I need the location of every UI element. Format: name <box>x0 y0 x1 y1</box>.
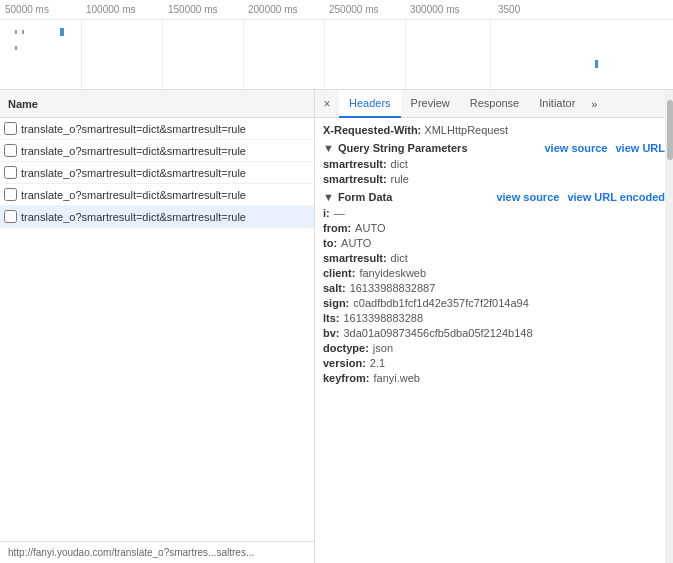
form-view-url-link[interactable]: view URL encoded <box>567 191 665 203</box>
timeline-label-1: 50000 ms <box>5 4 49 15</box>
tab-initiator[interactable]: Initiator <box>529 90 585 118</box>
query-view-url-link[interactable]: view URL <box>615 142 665 154</box>
form-field-sign-key: sign: <box>323 297 349 309</box>
form-field-from-key: from: <box>323 222 351 234</box>
form-field-to-key: to: <box>323 237 337 249</box>
form-field-doctype-value: json <box>373 342 393 354</box>
url-bar: http://fanyi.youdao.com/translate_o?smar… <box>0 541 314 563</box>
form-field-doctype: doctype: json <box>323 342 665 354</box>
item-3-checkbox[interactable] <box>4 166 17 179</box>
form-field-keyfrom-key: keyfrom: <box>323 372 369 384</box>
form-field-sign: sign: c0adfbdb1fcf1d42e357fc7f2f014a94 <box>323 297 665 309</box>
details-content[interactable]: X-Requested-With: XMLHttpRequest ▼ Query… <box>315 118 673 563</box>
timeline-labels: 50000 ms 100000 ms 150000 ms 200000 ms 2… <box>0 0 673 20</box>
query-params-label: Query String Parameters <box>338 142 468 154</box>
tab-headers[interactable]: Headers <box>339 90 401 118</box>
form-field-smartresult: smartresult: dict <box>323 252 665 264</box>
network-item-3[interactable]: translate_o?smartresult=dict&smartresult… <box>0 162 314 184</box>
network-list[interactable]: translate_o?smartresult=dict&smartresult… <box>0 118 314 541</box>
form-field-lts: lts: 1613398883288 <box>323 312 665 324</box>
timeline-label-7: 3500 <box>498 4 520 15</box>
form-field-sign-value: c0adfbdb1fcf1d42e357fc7f2f014a94 <box>353 297 529 309</box>
form-data-label: Form Data <box>338 191 392 203</box>
xhr-header-value-text: XMLHttpRequest <box>424 124 508 136</box>
close-button[interactable]: × <box>319 96 335 112</box>
form-field-keyfrom: keyfrom: fanyi.web <box>323 372 665 384</box>
network-item-4[interactable]: translate_o?smartresult=dict&smartresult… <box>0 184 314 206</box>
form-field-bv: bv: 3da01a09873456cfb5dba05f2124b148 <box>323 327 665 339</box>
form-field-keyfrom-value: fanyi.web <box>373 372 419 384</box>
form-field-salt-key: salt: <box>323 282 346 294</box>
form-field-from: from: AUTO <box>323 222 665 234</box>
form-field-client-value: fanyideskweb <box>359 267 426 279</box>
query-param-1-key: smartresult: <box>323 158 387 170</box>
name-column-label: Name <box>8 98 38 110</box>
timeline-label-6: 300000 ms <box>410 4 459 15</box>
list-header: Name <box>0 90 314 118</box>
form-data-toggle[interactable]: ▼ <box>323 191 334 203</box>
item-5-checkbox[interactable] <box>4 210 17 223</box>
form-field-bv-value: 3da01a09873456cfb5dba05f2124b148 <box>344 327 533 339</box>
query-param-2: smartresult: rule <box>323 173 665 185</box>
item-4-checkbox[interactable] <box>4 188 17 201</box>
timeline-label-4: 200000 ms <box>248 4 297 15</box>
form-field-version-value: 2.1 <box>370 357 385 369</box>
timeline-row-3 <box>0 57 673 71</box>
network-item-2[interactable]: translate_o?smartresult=dict&smartresult… <box>0 140 314 162</box>
timeline-label-3: 150000 ms <box>168 4 217 15</box>
left-panel: Name translate_o?smartresult=dict&smartr… <box>0 90 315 563</box>
tab-response[interactable]: Response <box>460 90 530 118</box>
item-5-name: translate_o?smartresult=dict&smartresult… <box>21 211 246 223</box>
query-params-toggle[interactable]: ▼ <box>323 142 334 154</box>
query-param-2-key: smartresult: <box>323 173 387 185</box>
scrollbar-track[interactable] <box>665 90 673 563</box>
query-params-actions: view source view URL <box>545 142 666 154</box>
network-item-1[interactable]: translate_o?smartresult=dict&smartresult… <box>0 118 314 140</box>
query-params-header: ▼ Query String Parameters view source vi… <box>323 142 665 154</box>
form-field-to-value: AUTO <box>341 237 371 249</box>
form-field-i: i: — <box>323 207 665 219</box>
xhr-header-name: X-Requested-With: <box>323 124 421 136</box>
form-field-lts-value: 1613398883288 <box>344 312 424 324</box>
timeline-row-2 <box>0 41 673 55</box>
form-field-salt-value: 16133988832887 <box>350 282 436 294</box>
form-field-i-key: i: <box>323 207 330 219</box>
query-param-1-value: dict <box>391 158 408 170</box>
main-layout: Name translate_o?smartresult=dict&smartr… <box>0 90 673 563</box>
form-field-from-value: AUTO <box>355 222 385 234</box>
form-data-actions: view source view URL encoded <box>496 191 665 203</box>
right-panel: × Headers Preview Response Initiator » X… <box>315 90 673 563</box>
form-field-bv-key: bv: <box>323 327 340 339</box>
item-2-checkbox[interactable] <box>4 144 17 157</box>
form-field-to: to: AUTO <box>323 237 665 249</box>
timeline-bars <box>0 20 673 89</box>
item-3-name: translate_o?smartresult=dict&smartresult… <box>21 167 246 179</box>
query-param-2-value: rule <box>391 173 409 185</box>
timeline-label-2: 100000 ms <box>86 4 135 15</box>
form-field-client: client: fanyideskweb <box>323 267 665 279</box>
item-1-checkbox[interactable] <box>4 122 17 135</box>
tab-preview[interactable]: Preview <box>401 90 460 118</box>
form-field-salt: salt: 16133988832887 <box>323 282 665 294</box>
form-view-source-link[interactable]: view source <box>496 191 559 203</box>
form-field-smartresult-value: dict <box>391 252 408 264</box>
form-field-i-value: — <box>334 207 345 219</box>
network-item-5[interactable]: translate_o?smartresult=dict&smartresult… <box>0 206 314 228</box>
item-4-name: translate_o?smartresult=dict&smartresult… <box>21 189 246 201</box>
timeline-area: 50000 ms 100000 ms 150000 ms 200000 ms 2… <box>0 0 673 90</box>
tab-more-button[interactable]: » <box>585 94 603 114</box>
scrollbar-thumb[interactable] <box>667 100 673 160</box>
form-field-lts-key: lts: <box>323 312 340 324</box>
query-param-1: smartresult: dict <box>323 158 665 170</box>
query-view-source-link[interactable]: view source <box>545 142 608 154</box>
item-2-name: translate_o?smartresult=dict&smartresult… <box>21 145 246 157</box>
form-field-version: version: 2.1 <box>323 357 665 369</box>
form-field-version-key: version: <box>323 357 366 369</box>
timeline-label-5: 250000 ms <box>329 4 378 15</box>
url-text: http://fanyi.youdao.com/translate_o?smar… <box>8 547 254 558</box>
form-field-doctype-key: doctype: <box>323 342 369 354</box>
item-1-name: translate_o?smartresult=dict&smartresult… <box>21 123 246 135</box>
xhr-header-row: X-Requested-With: XMLHttpRequest <box>323 124 665 136</box>
form-field-client-key: client: <box>323 267 355 279</box>
form-data-header: ▼ Form Data view source view URL encoded <box>323 191 665 203</box>
